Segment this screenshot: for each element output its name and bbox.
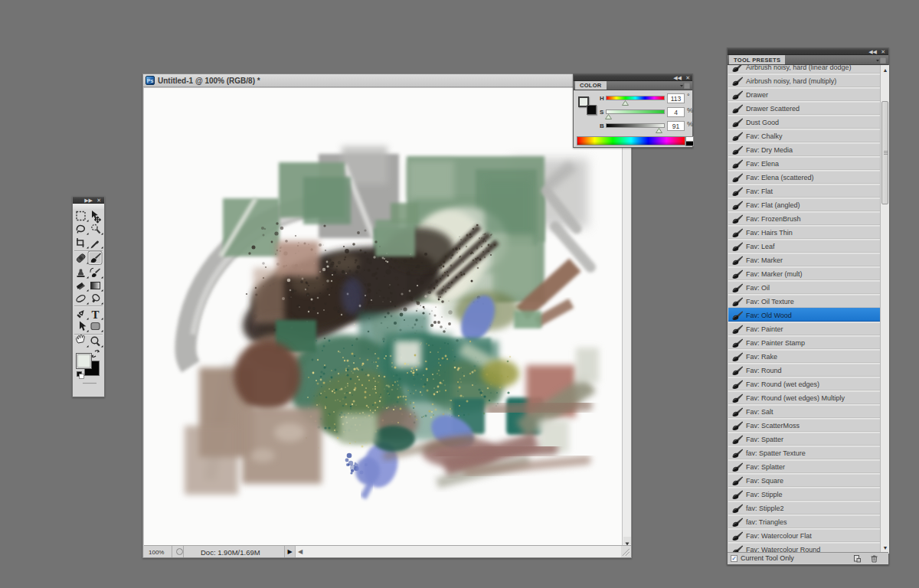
svg-text:T: T: [91, 309, 99, 321]
